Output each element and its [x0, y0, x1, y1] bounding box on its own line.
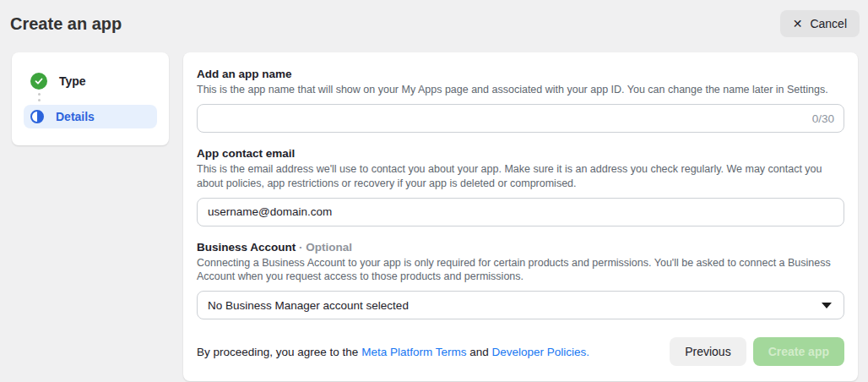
step-type-label: Type — [59, 74, 86, 88]
page-header: Create an app ✕ Cancel — [0, 0, 868, 47]
contact-email-input[interactable] — [197, 198, 844, 226]
contact-email-label: App contact email — [197, 147, 844, 160]
stepper-step-details[interactable]: Details — [24, 105, 157, 128]
chevron-down-icon — [822, 303, 832, 308]
create-app-button[interactable]: Create app — [753, 337, 844, 366]
business-account-description: Connecting a Business Account to your ap… — [197, 256, 844, 284]
close-icon: ✕ — [793, 18, 803, 30]
stepper-sidebar: Type Details — [12, 52, 169, 145]
page-title: Create an app — [10, 14, 122, 34]
previous-button[interactable]: Previous — [670, 337, 746, 366]
app-name-input[interactable] — [197, 104, 844, 133]
cancel-button-label: Cancel — [810, 17, 847, 30]
agreement-prefix: By proceeding, you agree to the — [197, 346, 361, 358]
stepper-step-type[interactable]: Type — [24, 73, 157, 90]
agreement-and: and — [466, 346, 491, 358]
check-circle-icon — [30, 73, 47, 90]
step-connector-dots — [38, 93, 157, 101]
developer-policies-link[interactable]: Developer Policies. — [491, 346, 589, 358]
meta-platform-terms-link[interactable]: Meta Platform Terms — [361, 346, 466, 358]
agreement-text: By proceeding, you agree to the Meta Pla… — [197, 346, 589, 358]
business-account-label: Business Account · Optional — [197, 241, 844, 254]
create-app-form: Add an app name This is the app name tha… — [183, 52, 858, 381]
optional-label: · Optional — [296, 241, 352, 254]
form-footer: By proceeding, you agree to the Meta Pla… — [197, 337, 844, 366]
app-name-label: Add an app name — [197, 68, 844, 80]
contact-email-section: App contact email This is the email addr… — [197, 147, 844, 226]
cancel-button[interactable]: ✕ Cancel — [780, 10, 860, 37]
contact-email-description: This is the email address we'll use to c… — [197, 162, 844, 190]
business-account-selected-value: No Business Manager account selected — [208, 299, 409, 312]
half-circle-icon — [30, 110, 44, 123]
step-details-label: Details — [56, 110, 95, 123]
business-account-label-text: Business Account — [197, 241, 296, 254]
business-account-section: Business Account · Optional Connecting a… — [197, 241, 844, 320]
app-name-section: Add an app name This is the app name tha… — [197, 68, 844, 133]
business-account-dropdown[interactable]: No Business Manager account selected — [197, 291, 844, 319]
content-area: Type Details Add an app name This is the… — [0, 47, 868, 382]
app-name-description: This is the app name that will show on y… — [197, 83, 844, 96]
